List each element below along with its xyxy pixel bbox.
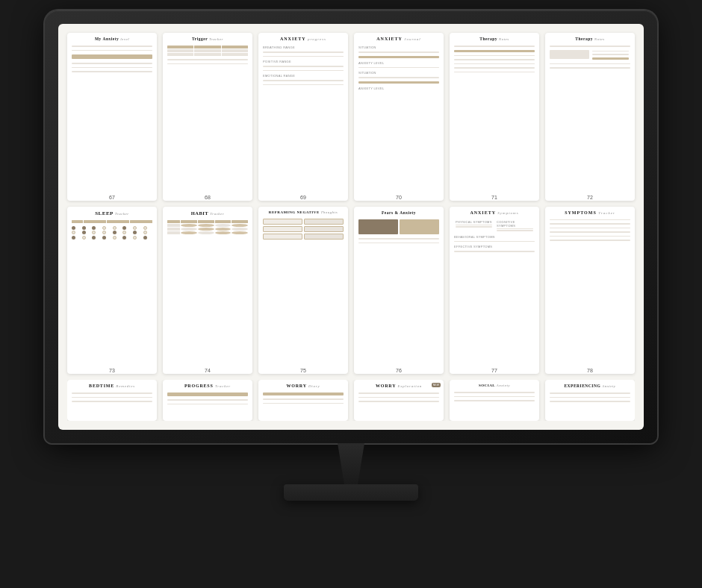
page-num-75: 75 (258, 366, 348, 374)
page-card-83: SOCIAL Anxiety (450, 380, 539, 421)
card-title-82: WORRY Exploration (357, 384, 441, 389)
page-card-82: NEW WORRY Exploration (354, 380, 444, 421)
page-card-78: SYMPTOMS Tracker 78 (545, 207, 635, 375)
page-card-80: PROGRESS Tracker (163, 380, 252, 421)
card-title-83: SOCIAL Anxiety (453, 384, 536, 388)
page-num-70: 70 (354, 193, 444, 201)
page-card-76: Fears & Anxiety 76 (354, 207, 444, 375)
card-title-71: Therapy Notes (453, 37, 536, 42)
card-title-72: Therapy Notes (548, 37, 632, 42)
page-card-84: EXPERIENCING Anxiety (545, 380, 635, 421)
card-title-80: PROGRESS Tracker (166, 384, 249, 389)
page-card-71: Therapy Notes 71 (450, 33, 539, 201)
page-num-76: 76 (354, 366, 444, 374)
page-num-74: 74 (163, 366, 252, 374)
page-num-73: 73 (67, 366, 157, 374)
monitor-neck (329, 443, 373, 484)
page-card-81: WORRY Diary (258, 380, 348, 421)
card-title-84: EXPERIENCING Anxiety (548, 384, 632, 389)
page-card-79: BEDTIME Remedies (67, 380, 157, 421)
page-card-69: ANXIETY progress Breathing Range Positiv… (258, 33, 348, 201)
page-card-74: HABIT Tracker (163, 207, 252, 375)
page-num-77: 77 (450, 366, 539, 374)
page-num-78: 78 (545, 366, 635, 374)
monitor-body: My Anxiety level 67 Trigger Tracker (45, 10, 657, 443)
card-title-79: BEDTIME Remedies (70, 384, 154, 389)
grid-row-3: BEDTIME Remedies PROGRESS Tracker (67, 380, 635, 421)
grid-row-1: My Anxiety level 67 Trigger Tracker (67, 33, 635, 201)
card-title-75: REFRAMING NEGATIVE Thoughts (261, 210, 345, 215)
page-card-70: ANXIETY Journal SITUATION ANXIETY LEVEL … (354, 33, 444, 201)
page-card-77: ANXIETY Symptoms PHYSICAL SYMPTOMS COGNI… (450, 207, 539, 375)
screen: My Anxiety level 67 Trigger Tracker (58, 24, 644, 430)
page-num-68: 68 (163, 193, 252, 201)
card-title-67: My Anxiety level (70, 37, 154, 42)
monitor-base (284, 484, 418, 501)
card-title-73: SLEEP Tracker (70, 210, 154, 216)
page-card-67: My Anxiety level 67 (67, 33, 157, 201)
card-title-77: ANXIETY Symptoms (453, 210, 536, 216)
page-num-72: 72 (545, 193, 635, 201)
page-num-67: 67 (67, 193, 157, 201)
new-badge: NEW (432, 383, 441, 387)
monitor-display: My Anxiety level 67 Trigger Tracker (30, 10, 672, 578)
page-card-73: SLEEP Tracker 73 (67, 207, 157, 375)
page-card-68: Trigger Tracker (163, 33, 252, 201)
card-title-81: WORRY Diary (261, 384, 345, 389)
card-title-69: ANXIETY progress (261, 37, 345, 42)
card-title-74: HABIT Tracker (166, 210, 249, 216)
page-card-72: Therapy Notes 72 (545, 33, 635, 201)
card-title-78: SYMPTOMS Tracker (548, 210, 632, 216)
card-title-68: Trigger Tracker (166, 37, 249, 42)
page-num-69: 69 (258, 193, 348, 201)
page-num-71: 71 (450, 193, 539, 201)
grid-row-2: SLEEP Tracker 73 (67, 207, 635, 375)
card-title-70: ANXIETY Journal (357, 37, 441, 42)
card-title-76: Fears & Anxiety (357, 210, 441, 216)
page-card-75: REFRAMING NEGATIVE Thoughts (258, 207, 348, 375)
